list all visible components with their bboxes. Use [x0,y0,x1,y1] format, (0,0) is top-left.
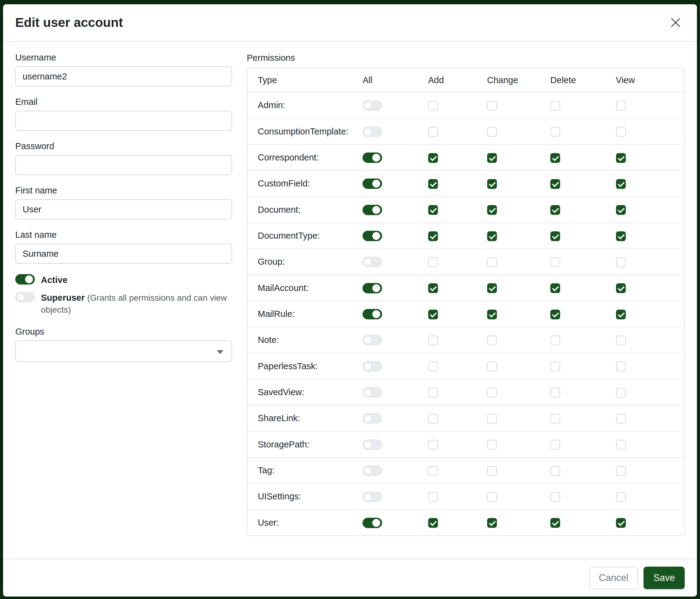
permission-all-toggle[interactable] [362,205,382,215]
permission-change-checkbox[interactable] [487,101,497,111]
permission-all-toggle[interactable] [362,335,382,345]
permission-view-checkbox[interactable] [616,440,626,450]
permission-change-checkbox[interactable] [487,153,497,163]
permission-view-checkbox[interactable] [616,414,626,424]
permission-add-checkbox[interactable] [428,231,438,241]
permission-all-toggle[interactable] [362,492,382,502]
permission-add-checkbox[interactable] [428,362,438,371]
username-input[interactable] [15,66,232,87]
permission-view-checkbox[interactable] [616,362,626,371]
permission-view-checkbox[interactable] [616,492,626,502]
permission-change-checkbox[interactable] [487,518,497,528]
permission-view-checkbox[interactable] [616,205,626,215]
email-field[interactable] [15,111,232,131]
permission-add-checkbox[interactable] [428,440,438,450]
permission-view-checkbox[interactable] [616,310,626,319]
permission-add-checkbox[interactable] [428,414,438,424]
permission-all-toggle[interactable] [362,152,382,163]
permission-all-toggle[interactable] [362,518,382,528]
last-name-input[interactable] [15,244,232,264]
permission-delete-checkbox[interactable] [550,518,560,528]
first-name-input[interactable] [15,199,232,219]
permission-change-checkbox[interactable] [487,257,497,267]
permission-all-toggle[interactable] [362,126,382,137]
permission-add-checkbox[interactable] [428,336,438,345]
permission-all-toggle[interactable] [362,257,382,267]
permission-add-checkbox[interactable] [428,257,438,267]
permission-add-checkbox[interactable] [428,310,438,319]
groups-select[interactable] [15,340,232,362]
permission-all-toggle[interactable] [362,283,382,293]
permission-delete-checkbox[interactable] [550,414,560,424]
permission-all-toggle[interactable] [362,387,382,398]
permission-change-checkbox[interactable] [487,336,497,345]
permission-view-checkbox[interactable] [616,466,626,476]
permission-add-checkbox[interactable] [428,466,438,476]
permission-delete-checkbox[interactable] [550,153,560,163]
permission-delete-checkbox[interactable] [550,336,560,345]
permission-view-checkbox[interactable] [616,153,626,163]
permission-view-checkbox[interactable] [616,179,626,189]
permission-all-toggle[interactable] [362,231,382,241]
permission-view-checkbox[interactable] [616,388,626,398]
permission-add-checkbox[interactable] [428,518,438,528]
permission-change-checkbox[interactable] [487,440,497,450]
permission-change-checkbox[interactable] [487,205,497,215]
permission-change-checkbox[interactable] [487,492,497,502]
permission-change-checkbox[interactable] [487,283,497,293]
permission-change-checkbox[interactable] [487,179,497,189]
permission-delete-checkbox[interactable] [550,231,560,241]
permission-add-checkbox[interactable] [428,153,438,163]
permission-change-checkbox[interactable] [487,388,497,398]
permission-change-checkbox[interactable] [487,362,497,371]
permission-add-checkbox[interactable] [428,283,438,293]
permission-delete-checkbox[interactable] [550,283,560,293]
permission-add-checkbox[interactable] [428,492,438,502]
permission-all-toggle[interactable] [362,309,382,319]
permission-add-checkbox[interactable] [428,388,438,398]
permission-delete-checkbox[interactable] [550,127,560,137]
permission-change-checkbox[interactable] [487,466,497,476]
permission-change-checkbox[interactable] [487,127,497,137]
permission-change-checkbox[interactable] [487,231,497,241]
permission-delete-checkbox[interactable] [550,179,560,189]
permission-view-checkbox[interactable] [616,518,626,528]
permission-delete-checkbox[interactable] [550,101,560,111]
permission-view-checkbox[interactable] [616,283,626,293]
permission-change-checkbox[interactable] [487,310,497,319]
permission-all-toggle[interactable] [362,178,382,189]
permission-add-checkbox[interactable] [428,205,438,215]
permission-delete-checkbox[interactable] [550,257,560,267]
permission-all-toggle[interactable] [362,465,382,476]
cancel-button[interactable]: Cancel [589,567,638,589]
permission-add-checkbox[interactable] [428,101,438,111]
permission-delete-checkbox[interactable] [550,205,560,215]
toggle-knob [364,336,372,344]
permission-add-checkbox[interactable] [428,127,438,137]
close-button[interactable] [667,14,685,32]
permission-view-checkbox[interactable] [616,231,626,241]
permission-delete-checkbox[interactable] [550,362,560,371]
permission-delete-checkbox[interactable] [550,492,560,502]
permission-type-label: MailRule: [247,301,352,327]
permission-view-checkbox[interactable] [616,101,626,111]
password-field[interactable] [15,155,232,175]
permission-add-checkbox[interactable] [428,179,438,189]
permission-change-checkbox[interactable] [487,414,497,424]
superuser-toggle[interactable] [15,292,35,302]
permission-delete-checkbox[interactable] [550,310,560,319]
permission-all-toggle[interactable] [362,361,382,372]
email-label: Email [15,97,232,107]
permission-all-toggle[interactable] [362,439,382,450]
permission-delete-checkbox[interactable] [550,388,560,398]
permission-view-checkbox[interactable] [616,127,626,137]
permission-delete-checkbox[interactable] [550,466,560,476]
permission-view-checkbox[interactable] [616,336,626,345]
permission-view-checkbox[interactable] [616,257,626,267]
permission-delete-checkbox[interactable] [550,440,560,450]
save-button[interactable]: Save [644,567,685,589]
active-toggle[interactable] [15,274,35,285]
permission-all-toggle[interactable] [362,100,382,111]
permission-row: ShareLink: [247,406,684,432]
permission-all-toggle[interactable] [362,413,382,424]
